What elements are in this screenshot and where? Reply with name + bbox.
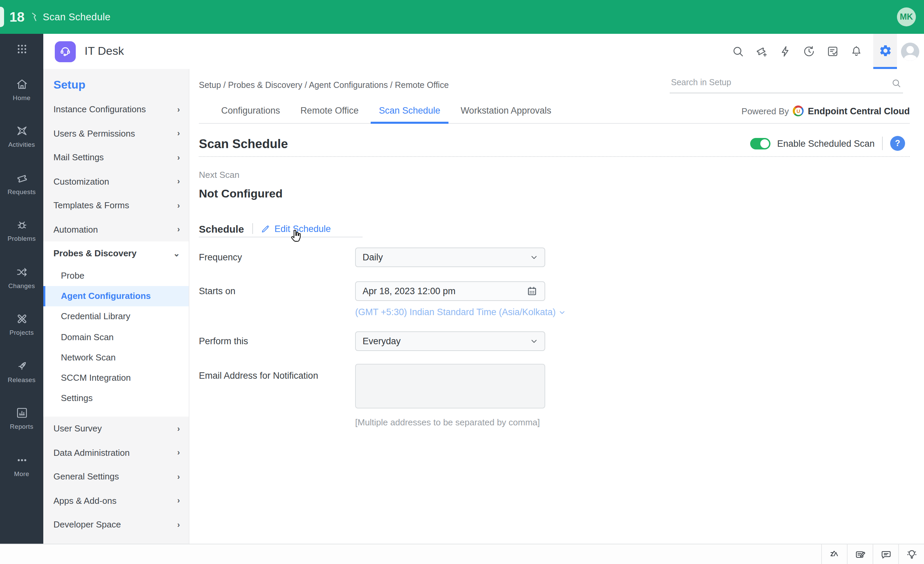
mouse-cursor	[288, 229, 304, 244]
suggestion-button[interactable]	[898, 544, 924, 564]
sidebar-item-templates-forms[interactable]: Templates & Forms›	[43, 194, 189, 218]
chevron-down-icon	[530, 254, 538, 261]
sidebar-item-user-survey[interactable]: User Survey›	[43, 417, 189, 441]
sidebar-subitem-domain-scan[interactable]: Domain Scan	[43, 327, 189, 347]
bug-icon	[15, 218, 29, 232]
breadcrumb-chevron-icon	[32, 12, 38, 22]
setup-sidebar: Setup Instance Configurations› Users & P…	[43, 69, 189, 544]
chevron-right-icon: ›	[177, 520, 180, 529]
sidebar-item-data-administration[interactable]: Data Administration›	[43, 441, 189, 465]
add-request-icon[interactable]	[755, 45, 768, 58]
rail-item-home[interactable]: Home	[0, 66, 43, 112]
sidebar-subitem-probe[interactable]: Probe	[43, 266, 189, 286]
sidebar-subitem-sccm-integration[interactable]: SCCM Integration	[43, 368, 189, 388]
chevron-right-icon: ›	[177, 496, 180, 505]
sidebar-subitem-label: Credential Library	[61, 311, 130, 321]
rail-item-requests[interactable]: Requests	[0, 160, 43, 207]
chat-button[interactable]	[873, 544, 898, 564]
sidebar-subitem-label: SCCM Integration	[61, 373, 131, 383]
rail-item-releases[interactable]: Releases	[0, 348, 43, 394]
search-icon[interactable]	[891, 78, 902, 88]
sidebar-subitem-agent-configurations[interactable]: Agent Configurations	[43, 286, 189, 306]
sidebar-item-general-settings[interactable]: General Settings›	[43, 465, 189, 489]
shuffle-icon	[15, 265, 29, 279]
tab-scan-schedule[interactable]: Scan Schedule	[379, 98, 440, 123]
sidebar-item-mail-settings[interactable]: Mail Settings›	[43, 146, 189, 170]
rail-item-activities[interactable]: Activities	[0, 112, 43, 160]
chevron-right-icon: ›	[177, 129, 180, 138]
rail-item-more[interactable]: More	[0, 442, 43, 489]
tab-configurations[interactable]: Configurations	[221, 98, 280, 123]
calendar-icon[interactable]	[526, 285, 538, 297]
chevron-right-icon: ›	[177, 153, 180, 162]
perform-this-select[interactable]: Everyday	[355, 332, 545, 351]
notifications-icon[interactable]	[850, 45, 863, 58]
pencil-icon	[260, 224, 270, 234]
rail-label: Releases	[8, 376, 36, 384]
tab-remote-office[interactable]: Remote Office	[300, 98, 358, 123]
chevron-right-icon: ›	[177, 225, 180, 234]
module-rail: Home Activities Requests Problems Change…	[0, 34, 43, 544]
starts-on-input[interactable]: Apr 18, 2023 12:00 pm	[355, 281, 545, 301]
projects-icon	[15, 312, 29, 326]
sidebar-item-customization[interactable]: Customization›	[43, 170, 189, 194]
frequency-select[interactable]: Daily	[355, 248, 545, 267]
app-window: 18 Scan Schedule MK Home Activities Requ…	[0, 0, 924, 564]
breadcrumb[interactable]: Setup / Probes & Discovery / Agent Confi…	[199, 81, 449, 90]
sidebar-item-developer-space[interactable]: Developer Space›	[43, 513, 189, 537]
chat-icon	[880, 548, 892, 560]
rail-label: Home	[13, 94, 30, 102]
schedule-section-title: Schedule	[199, 223, 244, 234]
timezone-label: (GMT +5:30) Indian Standard Time (Asia/K…	[355, 307, 556, 317]
sidebar-item-probes-discovery[interactable]: Probes & Discovery⌄	[43, 242, 189, 266]
search-icon[interactable]	[731, 45, 745, 58]
sidebar-subitem-network-scan[interactable]: Network Scan	[43, 347, 189, 368]
rail-item-changes[interactable]: Changes	[0, 254, 43, 301]
search-input[interactable]	[670, 75, 884, 87]
global-topbar: 18 Scan Schedule MK	[0, 0, 924, 34]
ticket-icon	[15, 171, 29, 185]
pinned-tab-handle[interactable]	[0, 7, 4, 27]
it-desk-logo[interactable]	[55, 41, 76, 62]
rail-item-problems[interactable]: Problems	[0, 207, 43, 254]
sidebar-item-instance-configurations[interactable]: Instance Configurations›	[43, 98, 189, 122]
quick-actions-icon[interactable]	[778, 45, 792, 58]
sidebar-item-label: Customization	[54, 177, 109, 187]
section-divider	[199, 156, 910, 157]
help-button[interactable]: ?	[890, 136, 905, 151]
email-notification-label: Email Address for Notification	[199, 370, 351, 381]
rail-item-projects[interactable]: Projects	[0, 301, 43, 348]
sidebar-group-probes-discovery: Probes & Discovery⌄ Probe Agent Configur…	[43, 242, 189, 417]
apps-grid-icon[interactable]	[16, 43, 27, 55]
user-avatar[interactable]	[901, 42, 919, 60]
record-count-badge: 18	[9, 9, 25, 25]
history-icon[interactable]	[802, 45, 816, 58]
tab-workstation-approvals[interactable]: Workstation Approvals	[460, 98, 551, 123]
setup-search	[670, 75, 903, 93]
topbar-user-avatar[interactable]: MK	[897, 8, 916, 26]
sidebar-item-apps-addons[interactable]: Apps & Add-ons›	[43, 489, 189, 513]
rail-label: Problems	[8, 235, 36, 243]
powered-by-prefix: Powered By	[741, 106, 789, 116]
powered-by-brand[interactable]: Endpoint Central Cloud	[808, 106, 910, 116]
enable-scan-toggle[interactable]	[750, 138, 771, 149]
sidebar-item-automation[interactable]: Automation›	[43, 218, 189, 242]
settings-tab[interactable]	[873, 34, 897, 69]
feedback-button[interactable]	[847, 544, 873, 564]
chevron-down-icon: ⌄	[173, 249, 180, 258]
schedule-header: Schedule Edit Schedule	[199, 220, 363, 237]
sidebar-subitem-settings[interactable]: Settings	[43, 388, 189, 408]
approvals-icon[interactable]	[826, 45, 840, 58]
sidebar-item-label: Developer Space	[54, 519, 121, 530]
scheduled-scan-toggle-group: Enable Scheduled Scan ?	[750, 136, 905, 151]
zia-assistant-button[interactable]	[821, 544, 847, 564]
gear-icon	[878, 44, 892, 57]
sidebar-item-users-permissions[interactable]: Users & Permissions›	[43, 122, 189, 146]
timezone-link[interactable]: (GMT +5:30) Indian Standard Time (Asia/K…	[355, 307, 565, 317]
page-title: Scan Schedule	[199, 136, 288, 152]
email-notification-textarea[interactable]	[355, 364, 545, 408]
rail-item-reports[interactable]: Reports	[0, 394, 43, 442]
sidebar-subitem-credential-library[interactable]: Credential Library	[43, 306, 189, 327]
rocket-icon	[15, 359, 29, 373]
rail-label: Projects	[9, 329, 34, 336]
